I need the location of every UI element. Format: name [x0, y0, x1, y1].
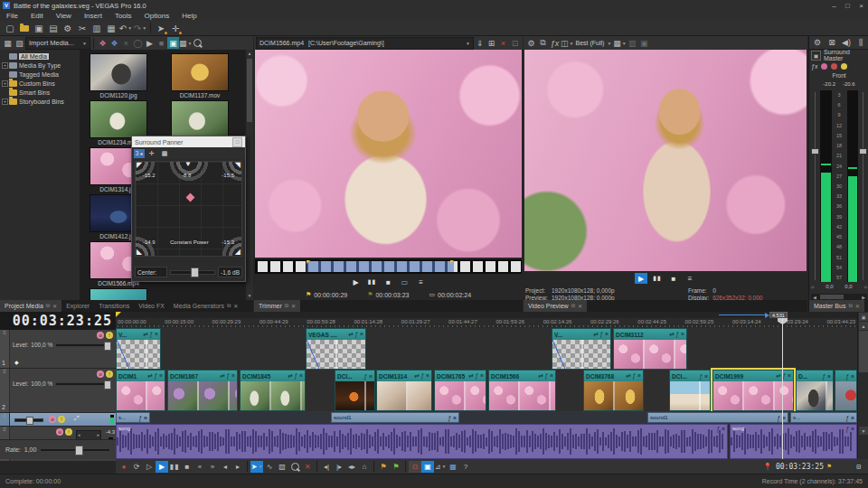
- add-to-timeline-icon[interactable]: ⊞: [486, 37, 497, 49]
- slider-handle[interactable]: [191, 267, 199, 277]
- fader-handle[interactable]: [811, 148, 819, 155]
- audio-track-3-header[interactable]: ≡ ⊘ ! ⤢: [0, 413, 116, 427]
- envelope-tool[interactable]: ∿: [263, 461, 276, 473]
- film-frame-icon[interactable]: ▩: [159, 149, 170, 158]
- capture-video-button[interactable]: ▣: [167, 37, 179, 49]
- properties-button[interactable]: ⚙: [61, 22, 75, 35]
- scrollbar-thumb[interactable]: [247, 59, 252, 122]
- move-mode-icon[interactable]: ✛: [146, 149, 157, 158]
- maximize-button[interactable]: □: [841, 1, 854, 11]
- fader-right[interactable]: [859, 90, 867, 282]
- level-slider[interactable]: [55, 343, 112, 347]
- next-frame-button[interactable]: ▸: [231, 461, 244, 473]
- event-fx-icon[interactable]: ƒ: [846, 373, 850, 380]
- trimmer-menu-icon[interactable]: ≡: [415, 277, 428, 287]
- tab-media-generators[interactable]: Media Generators ⧉ ✕: [169, 300, 242, 312]
- pan-position-handle[interactable]: [186, 193, 195, 202]
- event-menu-icon[interactable]: ≡: [144, 415, 147, 421]
- minimize-button[interactable]: –: [827, 1, 841, 11]
- audio-clip[interactable]: s... ƒ≡: [116, 412, 150, 423]
- timeline-marker-bar[interactable]: 4.531: [116, 312, 857, 318]
- event-fx-icon[interactable]: ƒ: [783, 372, 787, 380]
- video-track-2-header[interactable]: ≡ 2 ⊘ ! Level: 100,0 %: [0, 369, 116, 413]
- timeline-clip[interactable]: DCIM1845 ⇄ƒ≡: [240, 370, 306, 411]
- surround-panner-titlebar[interactable]: Surround Panner □: [132, 136, 245, 147]
- timeline-clip[interactable]: DCIM1566 ⇄ƒ≡: [488, 370, 556, 411]
- go-to-end-button[interactable]: »: [206, 461, 219, 473]
- snap-options-button[interactable]: ⊿▼: [434, 461, 447, 473]
- quantize-to-frames-button[interactable]: ▦: [447, 461, 459, 473]
- expand-icon[interactable]: +: [2, 99, 8, 105]
- fader-handle[interactable]: [859, 148, 867, 155]
- music-track-lane[interactable]: song ƒ≡ song ƒ≡: [116, 424, 857, 459]
- dock-grid-icon[interactable]: ▦: [2, 37, 14, 49]
- timeline-clip[interactable]: DCI... ƒ≡: [669, 370, 711, 411]
- pan-crop-icon[interactable]: ⇄: [468, 372, 473, 380]
- tree-item-custom-bins[interactable]: + Custom Bins: [0, 79, 80, 88]
- pan-crop-icon[interactable]: ⇄: [147, 372, 152, 380]
- volume-slider[interactable]: [14, 418, 43, 422]
- timeline-time-display[interactable]: 00:03:23:25: [0, 312, 116, 330]
- whats-this-help-button[interactable]: ?: [459, 461, 472, 473]
- event-menu-icon[interactable]: ≡: [637, 372, 641, 380]
- close-icon[interactable]: ✕: [578, 303, 582, 309]
- event-menu-icon[interactable]: ≡: [704, 373, 708, 380]
- event-menu-icon[interactable]: ≡: [722, 426, 725, 432]
- external-monitor-icon[interactable]: ⧉: [537, 37, 549, 49]
- slider-handle[interactable]: [104, 380, 111, 389]
- tab-master-bus[interactable]: Master Bus ⧉ ✕: [809, 300, 864, 312]
- pan-crop-icon[interactable]: ⇄: [348, 331, 353, 338]
- solo-icon[interactable]: !: [106, 371, 113, 378]
- event-menu-icon[interactable]: ≡: [155, 331, 158, 338]
- lock-fader-right-icon[interactable]: ⌂: [863, 284, 867, 289]
- dock-pin-icon[interactable]: ▣: [859, 313, 868, 321]
- event-fx-icon[interactable]: ƒ: [545, 372, 549, 380]
- timeline-clip[interactable]: DCI... ƒ≡: [335, 370, 375, 411]
- event-fx-icon[interactable]: ƒ: [846, 415, 850, 421]
- pause-button[interactable]: ▮▮: [366, 277, 379, 287]
- cursor-position-display[interactable]: 00:03:23:25: [776, 463, 824, 471]
- track-grip[interactable]: ≡: [0, 413, 10, 426]
- expand-track-icon[interactable]: ⤢: [74, 415, 80, 422]
- event-menu-icon[interactable]: ≡: [159, 372, 163, 380]
- loop-region-icon[interactable]: ⊡: [856, 463, 861, 471]
- split-screen-icon[interactable]: ◫▼: [561, 37, 573, 49]
- mute-icon[interactable]: ⊘: [97, 371, 104, 378]
- keyframe-icon[interactable]: ◆: [14, 359, 19, 365]
- pan-crop-icon[interactable]: ⇄: [414, 372, 419, 380]
- zoom-tool[interactable]: [288, 461, 301, 473]
- scroll-right-icon[interactable]: ▶: [860, 295, 867, 300]
- scrollbar-thumb[interactable]: [820, 295, 844, 299]
- interaction-help-button[interactable]: ✛: [168, 22, 183, 35]
- menu-help[interactable]: Help: [175, 12, 203, 20]
- preview-quality-dropdown[interactable]: Best (Full) ▼: [573, 40, 613, 46]
- event-menu-icon[interactable]: ≡: [788, 372, 791, 380]
- loop-playback-button[interactable]: ▭: [399, 277, 411, 287]
- tree-item-tagged-media[interactable]: Tagged Media: [0, 70, 80, 79]
- pan-crop-icon[interactable]: ⇄: [143, 331, 147, 338]
- timeline-clip[interactable]: DCIM1867 ⇄ƒ≡: [167, 370, 238, 411]
- tab-video-preview[interactable]: Video Preview ⧉ ✕: [524, 300, 587, 312]
- event-fx-icon[interactable]: ƒ: [421, 372, 425, 380]
- open-in-trimmer-icon[interactable]: ⊡: [509, 37, 521, 49]
- scroll-up-icon[interactable]: ▲: [246, 50, 253, 58]
- event-fx-icon[interactable]: ƒ: [823, 373, 826, 380]
- close-icon[interactable]: ✕: [52, 303, 57, 309]
- tree-item-smart-bins[interactable]: Smart Bins: [0, 88, 80, 97]
- event-menu-icon[interactable]: ≡: [480, 372, 484, 380]
- pan-crop-icon[interactable]: ⇄: [593, 331, 598, 338]
- tab-explorer[interactable]: Explorer: [61, 300, 94, 312]
- pan-crop-icon[interactable]: ⇄: [669, 331, 674, 338]
- stop-button[interactable]: ■: [382, 277, 395, 287]
- save-snapshot-icon[interactable]: ▣: [638, 37, 650, 49]
- tab-trimmer[interactable]: Trimmer ⧉ ✕: [254, 300, 300, 312]
- play-button[interactable]: ▶: [350, 277, 363, 287]
- lock-button[interactable]: ⌂: [358, 461, 371, 473]
- scroll-down-icon[interactable]: ▼: [246, 292, 253, 300]
- video-track-1-header[interactable]: ≡ 1 ⊘ ! Level: 100,0 % ◆: [0, 330, 116, 369]
- event-fx-icon[interactable]: ƒ: [600, 331, 604, 338]
- surround-panner-pad[interactable]: ◤ ◥ ▼ ◣ ◢ -15.2 -8.8 -15.5 -14.9 -15.3 C…: [135, 161, 242, 257]
- tree-item-media-by-type[interactable]: + Media By Type: [0, 61, 80, 70]
- undock-icon[interactable]: ⧉: [848, 303, 852, 309]
- pause-button[interactable]: ▮▮: [168, 461, 181, 473]
